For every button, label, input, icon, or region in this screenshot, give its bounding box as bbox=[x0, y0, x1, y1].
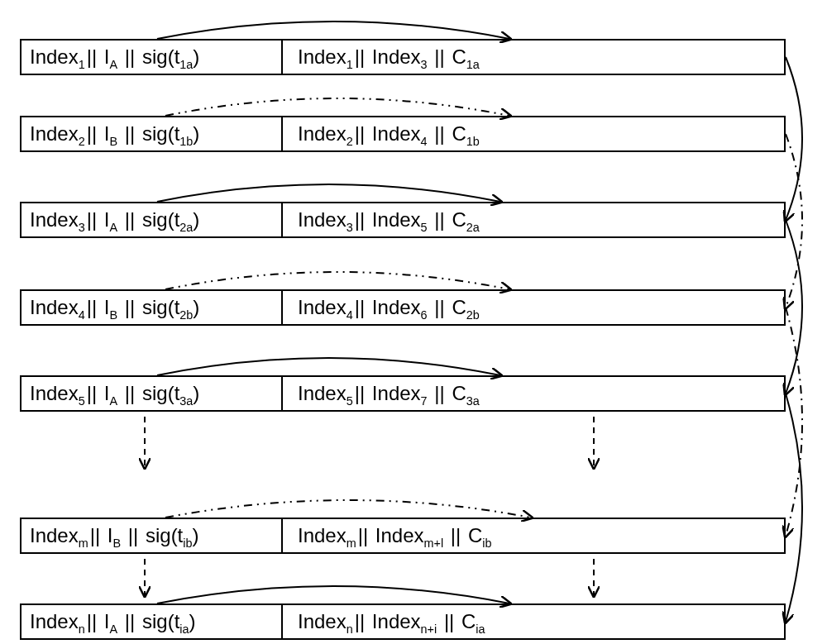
index-sig-cell: Indexm|| IB || sig(tib) bbox=[22, 519, 283, 552]
top-arc-arrow bbox=[157, 184, 500, 202]
top-arc-arrow bbox=[165, 98, 509, 116]
top-arc-arrow bbox=[165, 500, 531, 518]
index-sig-cell: Index3|| IA || sig(t2a) bbox=[22, 203, 283, 236]
index-sig-cell: Index1|| IA || sig(t1a) bbox=[22, 41, 283, 74]
side-arc-arrow bbox=[786, 134, 802, 308]
data-row: Index4|| IB || sig(t2b)Index4|| Index6 |… bbox=[20, 289, 786, 326]
index-cipher-cell: Index5|| Index7 || C3a bbox=[283, 377, 784, 410]
top-arc-arrow bbox=[165, 272, 509, 289]
data-row: Indexn|| IA || sig(tia)Indexn|| Indexn+i… bbox=[20, 603, 786, 640]
index-sig-cell: Index4|| IB || sig(t2b) bbox=[22, 291, 283, 324]
index-cipher-cell: Index3|| Index5 || C2a bbox=[283, 203, 784, 236]
index-cipher-cell: Indexn|| Indexn+i || Cia bbox=[283, 605, 784, 638]
index-cipher-cell: Indexm|| Indexm+l || Cib bbox=[283, 519, 784, 552]
data-row: Index5|| IA || sig(t3a)Index5|| Index7 |… bbox=[20, 375, 786, 412]
side-arc-arrow bbox=[786, 394, 802, 622]
data-row: Indexm|| IB || sig(tib)Indexm|| Indexm+l… bbox=[20, 518, 786, 554]
index-sig-cell: Indexn|| IA || sig(tia) bbox=[22, 605, 283, 638]
data-row: Index3|| IA || sig(t2a)Index3|| Index5 |… bbox=[20, 202, 786, 238]
index-sig-cell: Index2|| IB || sig(t1b) bbox=[22, 117, 283, 150]
side-arc-arrow bbox=[786, 57, 802, 220]
index-cipher-cell: Index1|| Index3 || C1a bbox=[283, 41, 784, 74]
index-cipher-cell: Index4|| Index6 || C2b bbox=[283, 291, 784, 324]
side-arc-arrow bbox=[786, 308, 802, 536]
index-sig-cell: Index5|| IA || sig(t3a) bbox=[22, 377, 283, 410]
top-arc-arrow bbox=[157, 586, 509, 603]
top-arc-arrow bbox=[157, 21, 509, 39]
top-arc-arrow bbox=[157, 358, 500, 375]
data-row: Index2|| IB || sig(t1b)Index2|| Index4 |… bbox=[20, 116, 786, 152]
index-cipher-cell: Index2|| Index4 || C1b bbox=[283, 117, 784, 150]
side-arc-arrow bbox=[786, 220, 802, 394]
data-row: Index1|| IA || sig(t1a)Index1|| Index3 |… bbox=[20, 39, 786, 75]
